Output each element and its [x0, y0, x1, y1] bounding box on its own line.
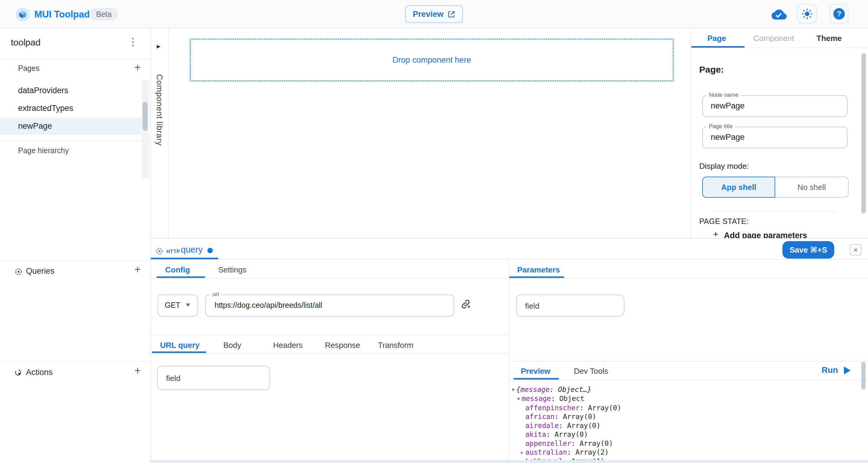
- theme-toggle-button[interactable]: [798, 4, 817, 24]
- expander-icon[interactable]: ▼: [512, 385, 516, 395]
- drop-hint-text: Drop component here: [393, 56, 471, 65]
- app-root: MUI Toolpad Beta Preview: [0, 0, 868, 463]
- parameters-field-input[interactable]: field: [516, 295, 624, 316]
- divider: [509, 278, 868, 279]
- tab-settings[interactable]: Settings: [218, 265, 247, 275]
- divider: [0, 141, 150, 141]
- pages-section-label: Pages: [18, 64, 39, 73]
- node-name-label: Node name: [707, 92, 741, 98]
- tab-config[interactable]: Config: [165, 265, 190, 275]
- project-name: toolpad: [11, 37, 40, 48]
- divider: [151, 259, 868, 260]
- http-query-icon: [156, 247, 163, 256]
- tab-transform[interactable]: Transform: [378, 341, 413, 350]
- preview-button[interactable]: Preview: [405, 5, 463, 23]
- divider: [691, 48, 868, 48]
- close-panel-button[interactable]: ✕: [850, 244, 861, 256]
- divider: [509, 379, 868, 380]
- divider: [509, 259, 509, 460]
- divider: [0, 361, 150, 362]
- url-field-value: https://dog.ceo/api/breeds/list/all: [215, 301, 322, 310]
- json-row[interactable]: ▶australian: Array(2): [510, 448, 857, 457]
- page-state-label: PAGE STATE:: [699, 217, 749, 226]
- canvas-drop-zone[interactable]: Drop component here: [190, 38, 674, 82]
- horizontal-scrollbar-track[interactable]: [151, 460, 868, 463]
- save-button[interactable]: Save ⌘+S: [782, 241, 834, 259]
- url-query-field-input[interactable]: field: [157, 366, 270, 390]
- queries-section-label: Queries: [26, 267, 55, 276]
- page-title-value: newPage: [711, 133, 745, 142]
- json-row[interactable]: ▶bakharwal: Array(1): [510, 457, 857, 460]
- divider: [151, 335, 509, 335]
- display-mode-no-shell[interactable]: No shell: [775, 177, 849, 198]
- close-icon: ✕: [853, 247, 858, 253]
- display-mode-label: Display mode:: [699, 161, 749, 171]
- explorer-sidebar: toolpad ⋮ Pages + dataProviders extracte…: [0, 28, 151, 463]
- sidebar-item-newPage-selected[interactable]: newPage: [0, 118, 142, 135]
- tab-preview[interactable]: Preview: [521, 367, 550, 376]
- help-icon: ?: [833, 8, 845, 20]
- bind-link-icon[interactable]: [460, 299, 471, 311]
- json-row[interactable]: african: Array(0): [510, 412, 857, 422]
- page-item-label: newPage: [18, 121, 52, 131]
- json-row[interactable]: appenzeller: Array(0): [510, 439, 857, 448]
- beta-badge: Beta: [90, 8, 118, 21]
- tab-parameters[interactable]: Parameters: [517, 265, 560, 275]
- top-header: MUI Toolpad Beta Preview: [0, 0, 868, 28]
- sidebar-item-dataProviders[interactable]: dataProviders: [0, 82, 142, 99]
- method-value: GET: [165, 301, 180, 310]
- save-button-label: Save ⌘+S: [789, 245, 827, 255]
- divider: [151, 353, 509, 354]
- divider: [714, 211, 836, 212]
- pages-scrollbar-thumb[interactable]: [143, 102, 148, 131]
- page-item-label: extractedTypes: [18, 104, 73, 113]
- add-action-button[interactable]: +: [134, 365, 141, 376]
- divider: [0, 59, 150, 60]
- help-button[interactable]: ?: [830, 4, 849, 24]
- json-row[interactable]: airedale: Array(0): [510, 422, 857, 430]
- url-field-label: url: [210, 291, 221, 298]
- display-mode-app-shell-selected[interactable]: App shell: [702, 177, 775, 198]
- results-scrollbar-thumb[interactable]: [861, 362, 866, 390]
- parameters-field-placeholder: field: [525, 302, 624, 311]
- sun-icon: [802, 8, 812, 19]
- json-result-tree: ▼{message: Object…} ▼message: Object aff…: [510, 383, 857, 460]
- json-root-row[interactable]: ▼{message: Object…}: [510, 385, 857, 394]
- component-library-panel[interactable]: ▶ Component library: [151, 28, 169, 241]
- divider: [0, 260, 150, 261]
- no-shell-label: No shell: [798, 183, 826, 192]
- tab-theme[interactable]: Theme: [816, 34, 842, 43]
- json-row[interactable]: akita: Array(0): [510, 430, 857, 439]
- query-tab[interactable]: query: [181, 245, 203, 255]
- project-menu-button[interactable]: ⋮: [128, 36, 138, 48]
- divider: [151, 278, 509, 279]
- preview-button-label: Preview: [412, 10, 443, 19]
- url-query-field-placeholder: field: [166, 374, 270, 383]
- app-shell-label: App shell: [721, 183, 756, 192]
- tab-headers[interactable]: Headers: [273, 341, 303, 350]
- inspector-scrollbar-thumb[interactable]: [861, 53, 866, 213]
- add-page-button[interactable]: +: [134, 62, 141, 73]
- json-row[interactable]: ▼message: Object: [510, 394, 857, 403]
- tab-body[interactable]: Body: [223, 341, 241, 350]
- run-button[interactable]: Run: [822, 365, 838, 375]
- query-editor-panel: HTTP query Save ⌘+S ✕ Config Settings GE…: [151, 238, 868, 463]
- tab-component[interactable]: Component: [753, 34, 794, 43]
- expand-library-icon[interactable]: ▶: [157, 43, 160, 49]
- expander-icon[interactable]: ▶: [521, 448, 525, 457]
- tab-url-query[interactable]: URL query: [160, 341, 199, 350]
- unsaved-changes-dot: [207, 248, 213, 253]
- json-row[interactable]: affenpinscher: Array(0): [510, 404, 857, 413]
- tab-response[interactable]: Response: [325, 341, 360, 350]
- expander-icon[interactable]: ▼: [517, 395, 522, 404]
- sidebar-item-extractedTypes[interactable]: extractedTypes: [0, 100, 142, 117]
- add-page-parameters-icon[interactable]: +: [713, 230, 718, 239]
- add-query-button[interactable]: +: [134, 264, 141, 275]
- tab-page[interactable]: Page: [707, 34, 726, 43]
- run-play-icon[interactable]: [844, 367, 850, 374]
- component-library-label: Component library: [155, 74, 164, 146]
- tab-dev-tools[interactable]: Dev Tools: [574, 367, 608, 376]
- page-hierarchy-label: Page hierarchy: [18, 146, 69, 155]
- expander-icon[interactable]: ▶: [521, 457, 525, 460]
- actions-icon: [14, 369, 23, 378]
